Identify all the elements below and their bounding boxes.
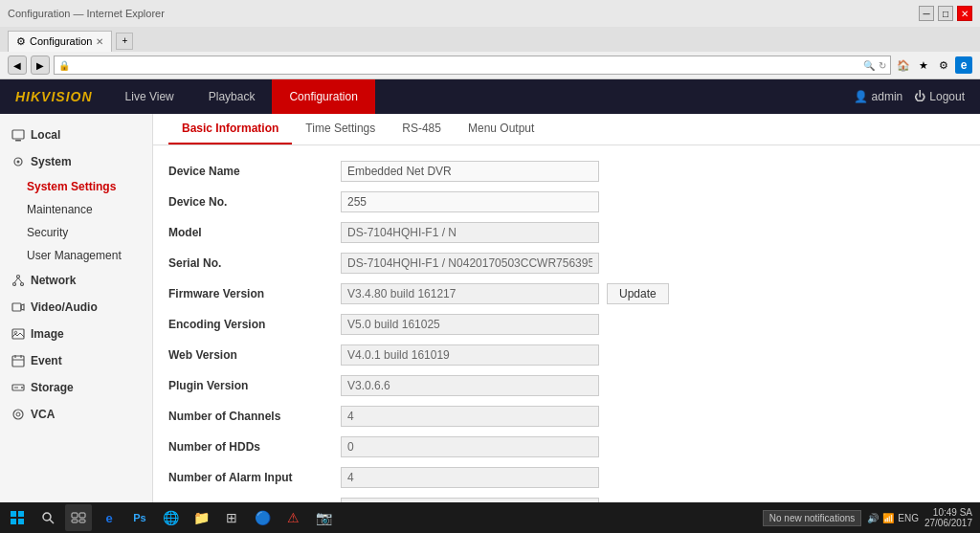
url-input[interactable]: http://192.168.1.107/doc/page/config.asp bbox=[74, 59, 859, 71]
tab-basic-information[interactable]: Basic Information bbox=[168, 114, 292, 144]
tiles-taskbar-icon[interactable]: ⊞ bbox=[218, 504, 245, 531]
svg-point-21 bbox=[16, 412, 20, 416]
main-layout: Local System System Settings Maintenance… bbox=[0, 114, 980, 533]
svg-rect-13 bbox=[12, 356, 24, 366]
sidebar-item-system[interactable]: System bbox=[0, 148, 152, 175]
svg-rect-24 bbox=[11, 519, 16, 524]
refresh-button[interactable]: ↻ bbox=[879, 60, 886, 71]
browser-taskbar-icon[interactable]: 🌐 bbox=[157, 504, 184, 531]
nav-items: Live View Playback Configuration bbox=[108, 79, 854, 114]
input-model bbox=[341, 222, 599, 243]
ie-icon: e bbox=[955, 56, 972, 74]
notification-badge[interactable]: No new notifications bbox=[763, 510, 862, 526]
new-tab-button[interactable]: + bbox=[116, 33, 133, 50]
value-hdds bbox=[341, 436, 965, 457]
tab-icon: ⚙ bbox=[16, 35, 26, 48]
input-serial-no bbox=[341, 253, 599, 274]
svg-point-18 bbox=[21, 387, 23, 389]
home-icon[interactable]: 🏠 bbox=[895, 56, 912, 74]
sidebar-item-video-audio[interactable]: Video/Audio bbox=[0, 294, 152, 321]
form-row-device-no: Device No. bbox=[168, 191, 965, 212]
favorites-icon[interactable]: ★ bbox=[915, 56, 932, 74]
sidebar-item-event[interactable]: Event bbox=[0, 347, 152, 374]
clock-date: 27/06/2017 bbox=[924, 518, 972, 528]
form-row-channels: Number of Channels bbox=[168, 406, 965, 427]
tab-time-settings[interactable]: Time Settings bbox=[292, 114, 389, 144]
svg-point-5 bbox=[13, 283, 16, 286]
window-title: Configuration — Internet Explorer bbox=[8, 8, 165, 19]
content-area: Basic Information Time Settings RS-485 M… bbox=[153, 114, 980, 533]
logout-label: Logout bbox=[929, 90, 965, 103]
sys-tray: 🔊 📶 ENG bbox=[867, 513, 919, 523]
sidebar-item-system-settings[interactable]: System Settings bbox=[0, 175, 152, 198]
sidebar-item-security[interactable]: Security bbox=[0, 221, 152, 244]
label-channels: Number of Channels bbox=[168, 410, 341, 423]
sidebar-label-local: Local bbox=[31, 128, 60, 142]
form-row-plugin: Plugin Version bbox=[168, 375, 965, 396]
svg-point-20 bbox=[13, 410, 23, 419]
search-taskbar-button[interactable] bbox=[34, 504, 61, 531]
input-alarm-input bbox=[341, 467, 599, 488]
tools-icon[interactable]: ⚙ bbox=[935, 56, 952, 74]
tab-nav: Basic Information Time Settings RS-485 M… bbox=[153, 114, 980, 145]
value-device-name bbox=[341, 161, 965, 182]
back-button[interactable]: ◀ bbox=[8, 56, 27, 75]
taskview-button[interactable] bbox=[65, 504, 92, 531]
sidebar-item-maintenance[interactable]: Maintenance bbox=[0, 198, 152, 221]
taskbar-left: e Ps 🌐 📁 ⊞ 🔵 ⚠ 📷 bbox=[4, 504, 337, 531]
browser-tab[interactable]: ⚙ Configuration ✕ bbox=[8, 31, 112, 52]
logo-text: HIKVISION bbox=[15, 89, 93, 104]
browser-tab-bar: ⚙ Configuration ✕ + bbox=[0, 27, 980, 52]
tab-menu-output[interactable]: Menu Output bbox=[455, 114, 547, 144]
alert-taskbar-icon[interactable]: ⚠ bbox=[279, 504, 306, 531]
restore-button[interactable]: □ bbox=[938, 6, 953, 21]
label-plugin: Plugin Version bbox=[168, 379, 341, 392]
start-button[interactable] bbox=[4, 504, 31, 531]
nav-playback[interactable]: Playback bbox=[191, 79, 273, 114]
tab-close-button[interactable]: ✕ bbox=[96, 36, 103, 47]
label-alarm-input: Number of Alarm Input bbox=[168, 471, 341, 484]
lang-indicator[interactable]: ENG bbox=[898, 513, 919, 523]
input-device-name[interactable] bbox=[341, 161, 599, 182]
nav-configuration[interactable]: Configuration bbox=[272, 79, 374, 114]
network-tray-icon[interactable]: 📶 bbox=[882, 513, 894, 523]
clock-time: 10:49 SA bbox=[924, 507, 972, 518]
svg-line-8 bbox=[18, 278, 22, 283]
nav-live-view[interactable]: Live View bbox=[108, 79, 191, 114]
tab-rs485[interactable]: RS-485 bbox=[389, 114, 455, 144]
forward-button[interactable]: ▶ bbox=[31, 56, 50, 75]
sidebar-item-local[interactable]: Local bbox=[0, 122, 152, 148]
sidebar-item-vca[interactable]: VCA bbox=[0, 401, 152, 428]
svg-rect-28 bbox=[72, 513, 78, 518]
update-button[interactable]: Update bbox=[607, 283, 669, 304]
svg-point-6 bbox=[21, 283, 24, 286]
svg-rect-11 bbox=[12, 329, 24, 339]
form-area: Device Name Device No. Model bbox=[153, 145, 980, 506]
folder-taskbar-icon[interactable]: 📁 bbox=[188, 504, 214, 531]
address-bar: 🔒 http://192.168.1.107/doc/page/config.a… bbox=[54, 56, 891, 75]
close-button[interactable]: ✕ bbox=[957, 6, 972, 21]
chrome-taskbar-icon[interactable]: 🔵 bbox=[249, 504, 276, 531]
input-firmware bbox=[341, 283, 599, 304]
ie-taskbar-icon[interactable]: e bbox=[96, 504, 122, 531]
sidebar-item-storage[interactable]: Storage bbox=[0, 374, 152, 401]
taskbar: e Ps 🌐 📁 ⊞ 🔵 ⚠ 📷 No new notifications 🔊 … bbox=[0, 502, 980, 533]
photoshop-taskbar-icon[interactable]: Ps bbox=[126, 504, 153, 531]
input-device-no[interactable] bbox=[341, 191, 599, 212]
volume-icon[interactable]: 🔊 bbox=[867, 513, 879, 523]
sidebar-item-image[interactable]: Image bbox=[0, 321, 152, 347]
search-icon[interactable]: 🔍 bbox=[863, 60, 875, 71]
sidebar-item-user-management[interactable]: User Management bbox=[0, 244, 152, 267]
svg-point-4 bbox=[17, 276, 20, 278]
camera-taskbar-icon[interactable]: 📷 bbox=[310, 504, 337, 531]
label-model: Model bbox=[168, 226, 341, 239]
svg-rect-1 bbox=[15, 140, 21, 142]
logout-button[interactable]: ⏻ Logout bbox=[914, 90, 965, 103]
sidebar-item-network[interactable]: Network bbox=[0, 267, 152, 294]
value-model bbox=[341, 222, 965, 243]
svg-rect-22 bbox=[11, 511, 16, 517]
form-row-web: Web Version bbox=[168, 344, 965, 366]
minimize-button[interactable]: ─ bbox=[919, 6, 934, 21]
title-bar-controls: ─ □ ✕ bbox=[919, 6, 972, 21]
logout-icon: ⏻ bbox=[914, 90, 925, 103]
